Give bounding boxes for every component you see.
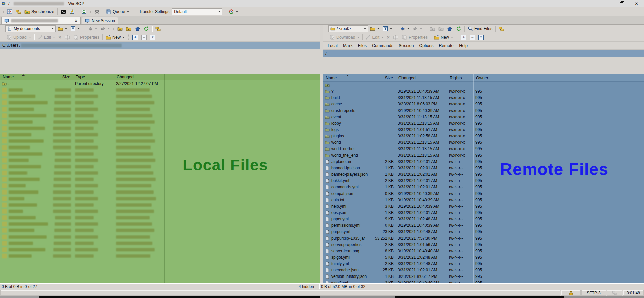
remote-unselect-button[interactable]: − (468, 34, 476, 41)
remote-refresh-button[interactable] (454, 25, 463, 32)
minimize-button[interactable] (599, 0, 614, 7)
remote-file-row[interactable]: paper.yml9 KB3/31/2021 1:02:48 AMrw-r--r… (323, 216, 644, 222)
local-path-bar[interactable]: C:\Users\ (0, 42, 320, 49)
connection-status[interactable] (607, 290, 622, 296)
preferences-button[interactable] (93, 8, 101, 15)
toolbar-grip[interactable] (395, 26, 397, 31)
menu-item-local[interactable]: Local (325, 42, 340, 49)
local-unselect-button[interactable]: − (140, 34, 148, 41)
remote-file-row[interactable]: eula.txt1 KB3/19/2021 10:40:39 AMrw-r--r… (323, 197, 644, 203)
menu-item-help[interactable]: Help (456, 42, 470, 49)
remote-file-row[interactable]: plugins3/31/2021 1:02:58 AMrwxr-xr-x995 (323, 133, 644, 139)
local-file-row-redacted[interactable] (0, 214, 320, 221)
local-parent-directory-button[interactable] (116, 25, 124, 32)
menu-item-remote[interactable]: Remote (436, 42, 457, 49)
toolbar-grip[interactable] (113, 26, 114, 31)
local-select-button[interactable]: + (131, 34, 139, 41)
local-file-row-redacted[interactable] (0, 253, 320, 259)
remote-file-row[interactable]: spigot.yml5 KB3/31/2021 1:02:48 AMrw-r--… (323, 254, 644, 260)
menu-item-session[interactable]: Session (396, 42, 416, 49)
panel-splitter[interactable] (320, 25, 323, 283)
local-file-row-redacted[interactable] (0, 106, 320, 112)
remote-file-row[interactable]: tuinity.yml2 KB3/31/2021 1:02:48 AMrw-r-… (323, 260, 644, 267)
remote-file-row[interactable]: commands.yml1 KB3/31/2021 1:02:01 AMrw-r… (323, 184, 644, 190)
local-file-row-redacted[interactable] (0, 233, 320, 240)
remote-home-button[interactable] (446, 25, 454, 32)
column-divider[interactable] (447, 74, 447, 283)
local-file-row-redacted[interactable] (0, 240, 320, 246)
remote-file-row[interactable]: purpur.yml23 KB3/31/2021 1:02:48 AMrw-r-… (323, 228, 644, 235)
local-column-type[interactable]: Type (73, 74, 114, 80)
remote-file-row[interactable]: purpurclip-1035.jar53,252 KB3/23/2021 7:… (323, 235, 644, 241)
encryption-status[interactable] (561, 290, 581, 296)
toolbar-grip[interactable] (425, 26, 427, 31)
local-column-size[interactable]: Size (51, 74, 73, 80)
remote-file-row[interactable]: logs3/31/2021 1:01:51 AMrwxr-xr-x995 (323, 126, 644, 133)
local-file-row-redacted[interactable] (0, 221, 320, 227)
remote-delete-button[interactable]: × (385, 34, 391, 41)
toolbar-grip[interactable] (2, 34, 4, 40)
remote-file-row[interactable]: build3/31/2021 11:13:15 AMrwxr-xr-x995 (323, 94, 644, 101)
remote-file-row[interactable]: crash-reports3/19/2021 10:40:39 AMrwxr-x… (323, 107, 644, 114)
new-session-tab[interactable]: New Session (82, 17, 118, 24)
remote-column-size[interactable]: Size (374, 74, 396, 81)
remote-filter-button[interactable] (381, 25, 393, 32)
find-files-button[interactable]: Find Files (466, 25, 494, 32)
open-console-button[interactable] (68, 8, 76, 15)
local-edit-button[interactable]: Edit (36, 34, 57, 41)
remote-forward-button[interactable] (411, 25, 423, 32)
refresh-panels-button[interactable] (80, 8, 88, 15)
toolbar-grip[interactable] (132, 9, 134, 15)
local-file-row-redacted[interactable] (0, 138, 320, 144)
remote-file-row[interactable]: compat.json0 KB3/19/2021 10:40:39 AMrw-r… (323, 190, 644, 197)
column-divider[interactable] (73, 74, 73, 283)
session-tab-current[interactable]: ✕ (1, 17, 81, 24)
column-divider[interactable] (164, 74, 165, 283)
column-divider[interactable] (374, 74, 374, 283)
remote-file-row[interactable]: version_history.json1 KB3/23/2021 8:06:1… (323, 273, 644, 280)
local-file-row-redacted[interactable] (0, 170, 320, 176)
remote-edit-button[interactable]: Edit (364, 34, 385, 41)
local-new-button[interactable]: New (104, 34, 126, 41)
transfer-settings-select[interactable]: Default (172, 8, 222, 15)
toolbar-grip[interactable] (325, 34, 327, 40)
remote-parent-directory-row[interactable]: .. (323, 82, 644, 88)
local-directory-select[interactable]: My documents (5, 25, 56, 32)
local-file-row-redacted[interactable] (0, 176, 320, 182)
remote-file-row[interactable]: lobby3/31/2021 11:13:15 AMrwxr-xr-x995 (323, 120, 644, 126)
synchronize-browsing-button[interactable] (154, 25, 162, 32)
remote-back-button[interactable] (398, 25, 411, 32)
local-file-row-redacted[interactable] (0, 189, 320, 195)
remote-column-rights[interactable]: Rights (447, 74, 473, 81)
upload-button[interactable]: Upload (5, 34, 32, 41)
remote-properties-button[interactable]: Properties (400, 34, 429, 41)
local-file-row-redacted[interactable] (0, 227, 320, 233)
remote-file-row[interactable]: help.yml3 KB3/19/2021 10:40:39 AMrw-r--r… (323, 203, 644, 209)
remote-directory-select[interactable]: / <root> (328, 25, 368, 32)
remote-root-directory-button[interactable] (437, 25, 445, 32)
local-file-row-redacted[interactable] (0, 163, 320, 170)
protocol-status[interactable]: SFTP-3 (581, 290, 606, 296)
close-button[interactable]: ✕ (629, 0, 644, 7)
toolbar-grip[interactable] (83, 26, 85, 31)
remote-file-row[interactable]: wepif.yml2 KB3/19/2021 10:40:40 AMrw-r--… (323, 280, 644, 283)
local-home-button[interactable] (133, 25, 142, 32)
remote-column-changed[interactable]: Changed (396, 74, 447, 81)
menu-item-commands[interactable]: Commands (369, 42, 396, 49)
remote-file-row[interactable]: event3/31/2021 11:13:15 AMrwxr-xr-x995 (323, 114, 644, 120)
local-delete-button[interactable]: × (57, 34, 63, 41)
remote-file-row[interactable]: ?3/19/2021 10:40:39 AMrwxr-xr-x995 (323, 88, 644, 94)
local-filter-button[interactable] (69, 25, 81, 32)
local-rename-button[interactable] (63, 34, 71, 41)
column-divider[interactable] (473, 74, 474, 283)
local-file-row-redacted[interactable] (0, 195, 320, 202)
local-file-row-redacted[interactable] (0, 99, 320, 106)
queue-button[interactable]: Queue (105, 8, 131, 15)
column-divider[interactable] (51, 74, 51, 283)
commander-view-button[interactable] (6, 8, 14, 15)
toolbar-grip[interactable] (2, 9, 4, 15)
toolbar-grip[interactable] (128, 34, 129, 40)
restore-button[interactable] (614, 0, 629, 7)
local-refresh-button[interactable] (142, 25, 150, 32)
remote-path-bar[interactable]: / (323, 50, 644, 57)
